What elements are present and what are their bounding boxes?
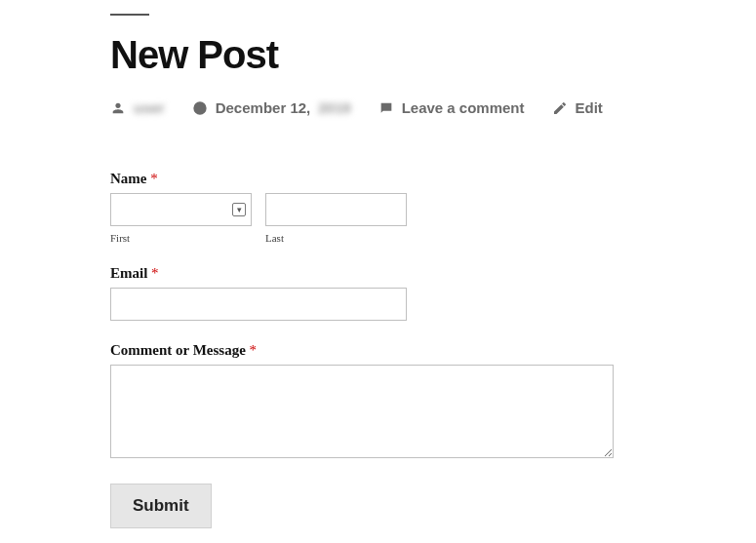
page-title: New Post	[110, 33, 756, 76]
name-label: Name *	[110, 171, 614, 187]
email-label: Email *	[110, 265, 614, 282]
edit-link[interactable]: Edit	[576, 99, 603, 116]
clock-icon	[192, 100, 208, 116]
name-field: Name * ▾ First Last	[110, 171, 614, 244]
required-marker: *	[250, 342, 258, 358]
submit-button[interactable]: Submit	[110, 484, 212, 528]
post-author: user	[134, 99, 165, 116]
contact-form: Name * ▾ First Last Email	[110, 171, 614, 528]
post-date-prefix: December 12,	[216, 99, 311, 116]
required-marker: *	[151, 265, 159, 281]
post-meta: user December 12, 2019 Leave a comment E…	[110, 99, 756, 116]
message-field: Comment or Message *	[110, 342, 614, 462]
required-marker: *	[150, 171, 158, 186]
email-input[interactable]	[110, 288, 407, 321]
comment-icon	[378, 100, 394, 116]
pencil-icon	[552, 100, 568, 116]
leave-comment-link[interactable]: Leave a comment	[402, 99, 525, 116]
person-icon	[110, 100, 126, 116]
email-field: Email *	[110, 265, 614, 321]
post-date-year: 2019	[318, 99, 350, 116]
message-label: Comment or Message *	[110, 342, 614, 359]
last-name-sublabel: Last	[265, 232, 407, 244]
message-textarea[interactable]	[110, 365, 614, 458]
first-name-sublabel: First	[110, 232, 252, 244]
autofill-contact-icon[interactable]: ▾	[232, 203, 246, 216]
header-rule	[110, 14, 149, 16]
first-name-input[interactable]	[110, 193, 252, 226]
last-name-input[interactable]	[265, 193, 407, 226]
